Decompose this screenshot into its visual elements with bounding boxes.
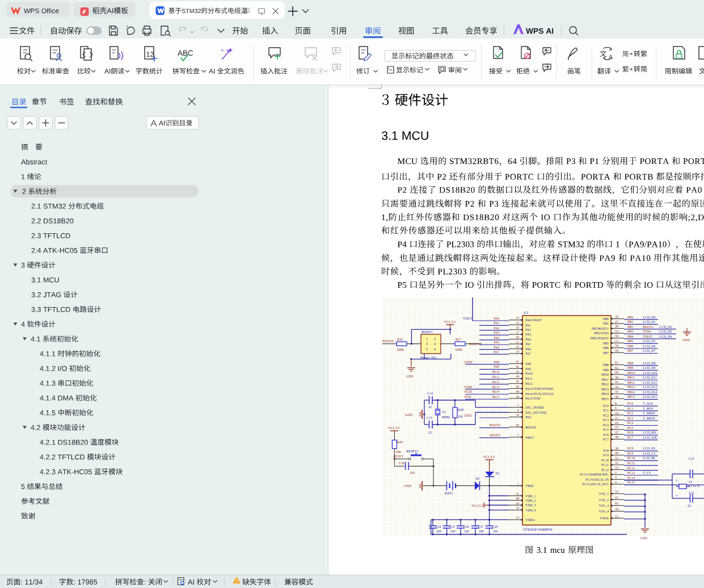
svg-text:PC0: PC0 [627,402,633,405]
svg-text:PA5: PA5 [494,341,500,344]
svg-text:LCD_D13: LCD_D13 [643,385,657,389]
svg-text:C15: C15 [427,416,432,419]
svg-text:PC1: PC1 [603,409,609,412]
svg-text:104: 104 [493,530,498,533]
svg-text:VDD_4: VDD_4 [525,509,536,512]
svg-text:LCD_D6: LCD_D6 [643,345,655,348]
svg-text:LCD_D3: LCD_D3 [659,330,672,333]
svg-text:5: 5 [426,347,428,351]
svg-text:PA2: PA2 [525,328,531,331]
svg-text:VDD_2: VDD_2 [525,499,536,502]
svg-text:LCD_BL: LCD_BL [643,456,656,460]
svg-text:D1: D1 [496,472,500,475]
svg-text:10: 10 [615,411,618,415]
svg-text:PB7: PB7 [627,349,633,352]
svg-text:PB0: PB0 [627,316,633,319]
svg-text:JTRST: JTRST [643,335,652,338]
svg-text:PC15-OSC32_OUT: PC15-OSC32_OUT [582,482,609,486]
svg-text:PC7: PC7 [603,438,609,441]
svg-text:LCD_D9: LCD_D9 [643,366,655,369]
svg-text:U5: U5 [524,310,528,314]
svg-text:T_MOSI: T_MOSI [643,417,655,420]
svg-text:PB7: PB7 [603,351,609,355]
svg-text:PC9: PC9 [627,452,633,455]
svg-text:VSS_3: VSS_3 [598,503,609,507]
svg-text:62: 62 [615,366,618,369]
svg-text:PA15/JTDI: PA15/JTDI [525,397,540,400]
svg-text:BOOT0: BOOT0 [490,423,500,427]
svg-text:LCD_RS: LCD_RS [643,447,655,450]
svg-text:BAT1: BAT1 [445,492,453,495]
svg-text:22: 22 [428,405,432,409]
svg-text:JTDI: JTDI [464,395,471,398]
svg-text:PB11: PB11 [601,378,609,381]
svg-text:104: 104 [450,530,456,533]
svg-text:C25: C25 [450,525,456,528]
svg-text:PB3: PB3 [627,330,633,333]
svg-text:PB5: PB5 [627,339,633,343]
svg-text:PB10: PB10 [627,371,635,375]
svg-text:PA15: PA15 [492,395,499,398]
svg-text:PC12: PC12 [601,468,609,472]
svg-text:GND: GND [406,375,414,378]
svg-text:LCD_D4: LCD_D4 [659,335,672,338]
svg-text:RESET: RESET [394,455,404,458]
svg-text:40: 40 [615,451,618,455]
svg-text:PC13: PC13 [627,471,635,474]
svg-text:2: 2 [675,480,678,481]
svg-text:PA9: PA9 [525,367,531,371]
svg-text:PB10: PB10 [601,373,609,376]
svg-text:PA10: PA10 [525,372,533,375]
svg-text:PA6: PA6 [525,347,531,351]
svg-text:PC11: PC11 [601,463,609,467]
svg-text:PC10: PC10 [627,456,635,460]
svg-text:OSC_OUT/PD1: OSC_OUT/PD1 [525,411,547,414]
svg-text:5: 5 [517,404,519,407]
svg-text:PB11: PB11 [627,376,635,379]
svg-text:PC12: PC12 [627,467,635,470]
svg-text:13: 13 [516,516,520,519]
svg-text:VSS_1: VSS_1 [598,492,609,495]
svg-text:VSSA: VSSA [600,516,609,520]
svg-text:42: 42 [516,365,520,368]
svg-text:GND: GND [682,338,690,342]
svg-text:PB5: PB5 [603,342,609,345]
svg-text:LCD_D8: LCD_D8 [643,362,655,365]
svg-text:PA12: PA12 [492,380,499,384]
svg-text:PB14: PB14 [627,390,635,394]
svg-text:PB2: PB2 [627,325,633,329]
svg-text:104: 104 [410,471,415,474]
svg-text:PA10: PA10 [492,370,499,373]
svg-text:VDD_3: VDD_3 [525,503,536,507]
svg-text:9: 9 [615,406,617,410]
svg-text:C14: C14 [427,392,433,395]
svg-text:GND: GND [640,536,647,540]
svg-text:LCD_D0: LCD_D0 [643,316,655,319]
svg-text:PA6: PA6 [494,346,500,349]
svg-text:RESET: RESET [490,434,501,437]
svg-text:PB0: PB0 [603,317,609,321]
svg-text:PB6: PB6 [627,345,633,348]
svg-text:23: 23 [516,350,520,353]
svg-text:PA14/JTCK/SWCLK: PA14/JTCK/SWCLK [525,392,554,396]
svg-text:OSC_IN/PD0: OSC_IN/PD0 [525,406,543,409]
svg-text:59: 59 [615,349,618,352]
svg-text:1: 1 [517,482,519,485]
svg-text:PA11: PA11 [492,375,499,379]
svg-text:28: 28 [615,325,618,328]
svg-text:LCD_D14: LCD_D14 [643,390,657,394]
svg-text:LCD_D12: LCD_D12 [643,381,657,384]
svg-text:PA3: PA3 [494,331,500,334]
svg-text:PA7: PA7 [494,350,500,354]
svg-text:3: 3 [615,476,617,479]
svg-text:1: 1 [426,337,428,341]
svg-text:24: 24 [615,421,618,425]
svg-text:41: 41 [516,360,520,363]
svg-text:PA11: PA11 [525,377,533,380]
svg-text:57: 57 [615,339,618,343]
svg-text:PC2: PC2 [603,414,609,417]
svg-text:PA13: PA13 [492,385,499,389]
svg-text:VCC3.3: VCC3.3 [444,320,456,324]
svg-text:48: 48 [516,497,520,500]
svg-text:R26: R26 [397,338,403,341]
